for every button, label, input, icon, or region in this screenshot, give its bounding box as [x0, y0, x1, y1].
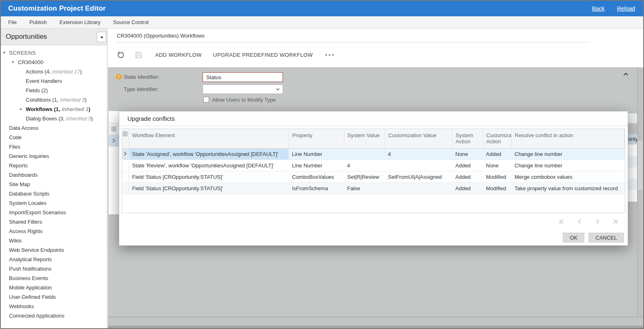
sidebar-item-reports[interactable]: Reports: [1, 161, 107, 170]
tree-node-screens[interactable]: ▾ SCREENS: [1, 48, 107, 58]
tree-node-dialog-boxes[interactable]: Dialog Boxes (3, inherited 3): [1, 114, 107, 123]
upgrade-conflicts-dialog: Upgrade conflicts: [119, 111, 628, 246]
state-identifier-input[interactable]: [203, 72, 283, 82]
row-selector-chevron-icon: [122, 148, 129, 160]
sidebar-item-data-access[interactable]: Data Access: [1, 123, 107, 133]
page-title: Customization Project Editor: [8, 4, 580, 13]
menu-extension-library[interactable]: Extension Library: [60, 19, 100, 25]
notes-icon: [109, 123, 119, 135]
sidebar-item-access-rights[interactable]: Access Rights: [1, 227, 107, 236]
breadcrumb: CR304000 (Opportunities) Workflows: [108, 29, 643, 42]
background-grid-caption: [109, 111, 119, 123]
allow-modify-type-label: Allow Users to Modify Type: [212, 97, 276, 103]
conflict-row[interactable]: State 'Assigned', workflow 'Opportunitie…: [122, 148, 625, 160]
customization-project-editor-window: Customization Project Editor Back Reload…: [0, 0, 644, 329]
warning-icon: !: [116, 74, 122, 80]
sidebar-item-generic-inquiries[interactable]: Generic Inquiries: [1, 151, 107, 161]
panel-collapse-chevron-up-icon[interactable]: [623, 70, 631, 77]
chevron-down-icon: [276, 88, 280, 91]
more-actions-button[interactable]: ···: [325, 51, 335, 60]
sidebar-item-connected-applications[interactable]: Connected Applications: [1, 311, 107, 320]
title-bar: Customization Project Editor Back Reload: [1, 1, 643, 16]
dialog-title: Upgrade conflicts: [119, 111, 628, 126]
tree-node-actions[interactable]: Actions (4, inherited 17): [1, 67, 107, 76]
type-identifier-select[interactable]: [203, 84, 283, 94]
grid-header-row: Workflow Element Property System Value C…: [122, 129, 625, 148]
last-page-icon[interactable]: [612, 218, 619, 225]
collapse-left-icon: ◂: [100, 34, 103, 40]
previous-page-icon[interactable]: [576, 218, 583, 225]
save-icon[interactable]: [133, 50, 144, 60]
state-identifier-label: State Identifier:: [124, 74, 159, 80]
sidebar-item-webhooks[interactable]: Webhooks: [1, 302, 107, 311]
background-grid-rows: [628, 144, 637, 202]
main-area: CR304000 (Opportunities) Workflows ADD W…: [108, 29, 643, 328]
menu-source-control[interactable]: Source Control: [113, 19, 149, 25]
sidebar-item-mobile-application[interactable]: Mobile Application: [1, 283, 107, 292]
conflict-row[interactable]: Field 'Status [CROpportunity.STATUS]' Is…: [122, 182, 625, 194]
sidebar-item-files[interactable]: Files: [1, 142, 107, 151]
col-header-resolve-conflict[interactable]: Resolve conflict in action: [511, 129, 625, 148]
conflict-row[interactable]: Field 'Status [CROpportunity.STATUS]' Co…: [122, 171, 625, 182]
col-header-customization-value[interactable]: Customization Value: [385, 129, 452, 148]
project-name: Opportunities: [6, 33, 47, 41]
sidebar-item-wikis[interactable]: Wikis: [1, 236, 107, 245]
caret-down-icon: ▾: [3, 50, 5, 55]
sidebar-header: Opportunities ◂: [1, 29, 107, 45]
ok-button[interactable]: OK: [563, 233, 584, 242]
col-header-system-value[interactable]: System Value: [344, 129, 385, 148]
conflict-row[interactable]: State 'Review', workflow 'OpportunitiesA…: [122, 160, 625, 171]
sidebar-item-shared-filters[interactable]: Shared Filters: [1, 217, 107, 227]
sidebar-item-dashboards[interactable]: Dashboards: [1, 170, 107, 180]
add-workflow-button[interactable]: ADD WORKFLOW: [155, 52, 202, 58]
vertical-scrollbar[interactable]: [637, 67, 643, 317]
background-grid-header: [628, 113, 637, 123]
sidebar-item-user-defined-fields[interactable]: User-Defined Fields: [1, 292, 107, 302]
background-grid-fragment-right: only: [628, 111, 637, 220]
sidebar-item-business-events[interactable]: Business Events: [1, 273, 107, 283]
workflow-toolbar: ADD WORKFLOW UPGRADE PREDEFINED WORKFLOW…: [108, 42, 637, 67]
background-clipped-header: only: [628, 134, 637, 144]
undo-icon[interactable]: [115, 50, 126, 60]
menu-publish[interactable]: Publish: [29, 19, 47, 25]
menu-file[interactable]: File: [8, 19, 17, 25]
grid-pagination: [558, 218, 619, 225]
sidebar-item-import-export-scenarios[interactable]: Import/Export Scenarios: [1, 208, 107, 217]
tree-node-conditions[interactable]: Conditions (1, inherited 3): [1, 95, 107, 104]
background-grid-fragment-left: [108, 111, 119, 214]
caret-down-icon: ▾: [12, 60, 14, 64]
type-identifier-label: Type Identifier:: [124, 86, 158, 92]
tree-node-event-handlers[interactable]: Event Handlers: [1, 76, 107, 86]
sidebar-item-database-scripts[interactable]: Database Scripts: [1, 189, 107, 198]
reload-link[interactable]: Reload: [617, 5, 635, 12]
first-page-icon[interactable]: [558, 218, 565, 225]
col-header-system-action[interactable]: System Action: [452, 129, 483, 148]
notes-icon: [122, 129, 129, 148]
sidebar-item-push-notifications[interactable]: Push Notifications: [1, 264, 107, 273]
col-header-workflow-element[interactable]: Workflow Element: [129, 129, 289, 148]
project-tree: ▾ SCREENS ▾ CR304000 Actions (4, inherit…: [1, 45, 107, 320]
sidebar-item-site-map[interactable]: Site Map: [1, 180, 107, 189]
back-link[interactable]: Back: [592, 5, 605, 12]
sidebar-item-system-locales[interactable]: System Locales: [1, 198, 107, 208]
row-selector-chevron-icon: [109, 135, 119, 147]
tree-node-fields[interactable]: Fields (2): [1, 86, 107, 95]
sidebar-item-code[interactable]: Code: [1, 133, 107, 142]
col-header-property[interactable]: Property: [289, 129, 344, 148]
tree-node-workflows[interactable]: ▸ Workflows (1, inherited 1): [1, 104, 107, 114]
upgrade-predefined-workflow-button[interactable]: UPGRADE PREDEFINED WORKFLOW: [213, 52, 313, 58]
horizontal-scrollbar[interactable]: [108, 326, 643, 328]
dialog-buttons: OK CANCEL: [563, 233, 624, 242]
col-header-customization-action[interactable]: Customizat Action: [483, 129, 511, 148]
sidebar-collapse-button[interactable]: ◂: [97, 32, 106, 42]
caret-right-icon: ▸: [20, 107, 22, 111]
next-page-icon[interactable]: [594, 218, 601, 225]
tree-node-cr304000[interactable]: ▾ CR304000: [1, 58, 107, 67]
menu-bar: File Publish Extension Library Source Co…: [1, 16, 643, 29]
allow-modify-type-checkbox[interactable]: [203, 97, 209, 102]
vertical-scrollbar-thumb[interactable]: [638, 141, 642, 190]
sidebar-item-analytical-reports[interactable]: Analytical Reports: [1, 255, 107, 264]
sidebar-item-web-service-endpoints[interactable]: Web Service Endpoints: [1, 245, 107, 255]
conflicts-grid: Workflow Element Property System Value C…: [122, 129, 625, 213]
cancel-button[interactable]: CANCEL: [588, 233, 624, 242]
